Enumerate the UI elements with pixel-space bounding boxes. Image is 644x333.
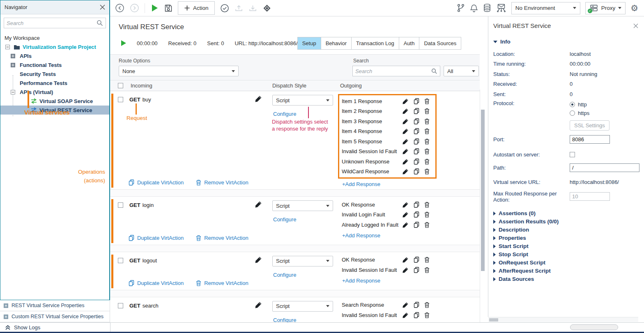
tab-data-sources[interactable]: Data Sources [419, 37, 461, 50]
tab-setup[interactable]: Setup [297, 37, 321, 50]
tree-item-virtualization-sample-project[interactable]: Virtualization Sample Project [0, 42, 109, 51]
navigator-search-input[interactable] [7, 20, 97, 26]
edit-response-icon[interactable] [402, 98, 409, 104]
database-icon[interactable] [483, 3, 491, 13]
delete-response-icon[interactable] [424, 302, 430, 308]
clone-response-icon[interactable] [413, 148, 419, 154]
clone-response-icon[interactable] [413, 211, 419, 218]
tab-transaction-log[interactable]: Transaction Log [351, 37, 399, 50]
show-logs-button[interactable]: Show Logs [0, 324, 40, 331]
edit-operation-pencil-icon[interactable] [255, 256, 262, 263]
add-action-button[interactable]: Action [178, 1, 215, 15]
delete-response-icon[interactable] [424, 148, 430, 154]
clone-response-icon[interactable] [413, 312, 419, 318]
scrollbar-thumb[interactable] [489, 318, 498, 322]
configure-link[interactable]: Configure [273, 272, 296, 278]
edit-response-icon[interactable] [402, 128, 409, 134]
select-all-checkbox[interactable] [118, 83, 123, 88]
edit-response-icon[interactable] [402, 267, 409, 273]
clone-response-icon[interactable] [413, 118, 419, 124]
delete-response-icon[interactable] [424, 138, 430, 145]
dispatch-style-select[interactable]: Script [272, 95, 333, 106]
clone-response-icon[interactable] [413, 128, 419, 134]
radio-selected-icon[interactable] [570, 102, 575, 107]
port-input[interactable] [570, 135, 610, 144]
edit-response-icon[interactable] [402, 158, 409, 165]
edit-response-icon[interactable] [402, 302, 409, 308]
download-icon[interactable] [248, 4, 257, 12]
clone-response-icon[interactable] [413, 158, 419, 165]
custom-rest-virtual-service-properties-row[interactable]: Custom REST Virtual Service Properties [0, 311, 110, 322]
operation-search-input[interactable] [355, 68, 431, 74]
edit-operation-pencil-icon[interactable] [255, 201, 262, 208]
tree-item-performance-tests[interactable]: Performance Tests [0, 78, 109, 87]
proxy-button[interactable]: ✓ Proxy [585, 2, 626, 14]
expand-plus-icon[interactable] [4, 315, 8, 319]
tree-item-my-workspace[interactable]: My Workspace [0, 33, 109, 42]
remove-virtaction-link[interactable]: Remove VirtAction [196, 235, 248, 241]
max-routed-input[interactable] [570, 192, 610, 201]
clone-response-icon[interactable] [413, 138, 419, 145]
run-icon[interactable] [150, 4, 159, 12]
close-icon[interactable] [100, 5, 105, 10]
operation-checkbox[interactable] [118, 97, 123, 102]
search-filter-select[interactable]: All [444, 66, 479, 76]
start-service-icon[interactable] [121, 40, 126, 46]
tree-item-virtual-soap-service[interactable]: Virtual SOAP Service [0, 96, 109, 106]
clone-response-icon[interactable] [413, 267, 419, 273]
clone-response-icon[interactable] [413, 168, 419, 175]
forward-icon[interactable] [130, 3, 139, 13]
info-section-header[interactable]: Info [493, 39, 644, 45]
notifications-bell-icon[interactable] [470, 4, 478, 13]
edit-response-icon[interactable] [402, 148, 409, 154]
tree-expand-icon[interactable] [11, 63, 15, 67]
operation-checkbox[interactable] [118, 258, 123, 263]
clone-response-icon[interactable] [413, 108, 419, 114]
section-data-sources[interactable]: Data Sources [488, 275, 644, 283]
tree-item-functional-tests[interactable]: Functional Tests [0, 60, 109, 69]
delete-response-icon[interactable] [424, 168, 430, 175]
protocol-https-option[interactable]: https [570, 109, 610, 117]
check-circle-icon[interactable] [220, 4, 229, 13]
dispatch-style-select[interactable]: Script [272, 301, 333, 312]
clone-response-icon[interactable] [413, 98, 419, 104]
edit-response-icon[interactable] [402, 257, 409, 263]
tree-item-apis-virtual[interactable]: APIs (Virtual) [0, 87, 109, 96]
delete-response-icon[interactable] [424, 98, 430, 104]
save-icon[interactable] [164, 4, 172, 12]
clone-response-icon[interactable] [413, 257, 419, 263]
delete-response-icon[interactable] [424, 211, 430, 218]
protocol-http-option[interactable]: http [570, 100, 610, 109]
add-response-link[interactable]: +Add Response [342, 278, 380, 284]
delete-response-icon[interactable] [424, 128, 430, 134]
section-assertion-results-0-0[interactable]: Assertion Results (0/0) [488, 218, 644, 226]
delete-response-icon[interactable] [424, 108, 430, 114]
rest-virtual-service-properties-row[interactable]: REST Virtual Service Properties [0, 300, 110, 311]
duplicate-virtaction-link[interactable]: Duplicate VirtAction [129, 280, 184, 286]
tree-item-apis[interactable]: APIs [0, 51, 109, 60]
tab-behavior[interactable]: Behavior [321, 37, 352, 50]
section-start-script[interactable]: Start Script [488, 242, 644, 250]
tree-expand-icon[interactable] [11, 54, 15, 58]
edit-response-icon[interactable] [402, 168, 409, 175]
scrollbar-thumb[interactable] [481, 110, 485, 271]
add-response-link[interactable]: +Add Response [342, 181, 380, 187]
close-icon[interactable] [633, 23, 638, 28]
duplicate-virtaction-link[interactable]: Duplicate VirtAction [129, 179, 184, 186]
delete-response-icon[interactable] [424, 312, 430, 318]
delete-response-icon[interactable] [424, 202, 430, 208]
section-afterrequest-script[interactable]: AfterRequest Script [488, 267, 644, 275]
edit-response-icon[interactable] [402, 108, 409, 114]
remove-virtaction-link[interactable]: Remove VirtAction [196, 179, 248, 186]
delete-response-icon[interactable] [424, 257, 430, 263]
add-response-link[interactable]: +Add Response [342, 232, 380, 239]
virt-server-icon[interactable] [496, 3, 506, 13]
delete-response-icon[interactable] [424, 267, 430, 273]
back-icon[interactable] [115, 3, 124, 13]
section-stop-script[interactable]: Stop Script [488, 250, 644, 259]
delete-response-icon[interactable] [424, 222, 430, 228]
route-options-select[interactable]: None [119, 66, 239, 76]
duplicate-virtaction-link[interactable]: Duplicate VirtAction [129, 235, 184, 241]
tree-collapse-icon[interactable] [5, 45, 10, 49]
edit-response-icon[interactable] [402, 211, 409, 218]
